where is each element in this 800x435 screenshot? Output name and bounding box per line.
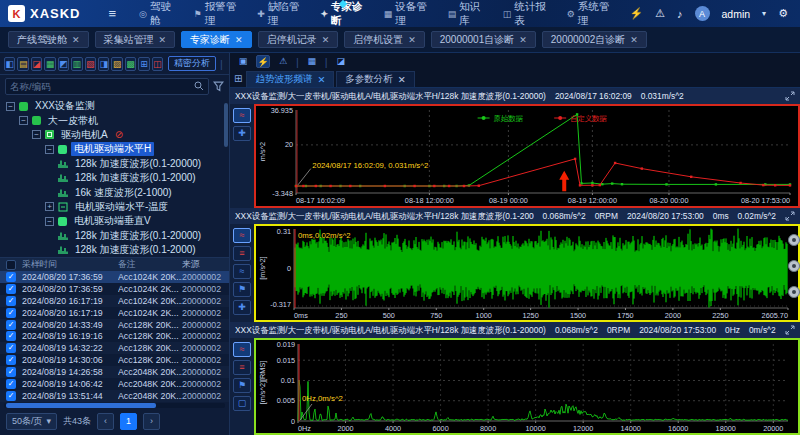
- close-icon[interactable]: ✕: [317, 74, 325, 85]
- close-icon[interactable]: ✕: [398, 74, 406, 85]
- image-icon[interactable]: ▦: [305, 55, 319, 68]
- hscroll-thumb[interactable]: [6, 403, 156, 408]
- expand-icon[interactable]: [785, 325, 795, 335]
- envelope-chart-icon[interactable]: ▧: [85, 57, 96, 71]
- table-row[interactable]: ✓2024/08/20 16:17:19Acc1024K 20K...20000…: [0, 295, 229, 307]
- tree-node[interactable]: −电机驱动端垂直V: [0, 214, 229, 228]
- panel-icon[interactable]: ▣: [236, 55, 250, 68]
- table-row[interactable]: ✓2024/08/19 13:51:44Acc2048K 20K...20000…: [0, 390, 229, 402]
- harmonic-cursor-tool-icon[interactable]: ≡: [233, 360, 251, 375]
- matrix-chart-icon[interactable]: ⊞: [138, 57, 149, 71]
- close-icon[interactable]: ✕: [235, 35, 243, 45]
- table-row[interactable]: ✓2024/08/20 16:17:19Acc1024K 2K...200000…: [0, 307, 229, 319]
- workspace-tab[interactable]: 采集站管理✕: [95, 31, 176, 48]
- table-row[interactable]: ✓2024/08/20 17:36:59Acc1024K 20K...20000…: [0, 271, 229, 283]
- bar-chart-icon[interactable]: ▥: [71, 57, 82, 71]
- page-1-button[interactable]: 1: [120, 413, 137, 430]
- waveform-plot[interactable]: 0.310-0.317[m/s^2]0ms2505007501000125015…: [254, 224, 800, 322]
- avatar[interactable]: A: [695, 6, 710, 21]
- table-row[interactable]: ✓2024/08/20 17:36:59Acc1024K 2K...200000…: [0, 283, 229, 295]
- prev-page-button[interactable]: ‹: [97, 413, 114, 430]
- close-icon[interactable]: ✕: [72, 35, 80, 45]
- search-input[interactable]: [10, 81, 190, 92]
- tree-node[interactable]: 16k 速度波形(2-1000): [0, 185, 229, 199]
- warning-icon[interactable]: ⚠: [655, 7, 665, 20]
- row-checkbox[interactable]: ✓: [6, 320, 16, 330]
- menu-toggle-icon[interactable]: ≡: [109, 6, 117, 21]
- select-all-checkbox[interactable]: [6, 260, 16, 270]
- close-icon[interactable]: ✕: [322, 35, 330, 45]
- filter-icon[interactable]: [213, 81, 224, 92]
- trend-chart-icon[interactable]: ◧: [4, 57, 15, 71]
- spectrum-tool-icon[interactable]: ≈: [233, 342, 251, 357]
- search-icon[interactable]: [194, 81, 204, 91]
- tree-scrollbar[interactable]: [224, 103, 228, 147]
- nav-item-link[interactable]: ◎驾驶舱: [132, 0, 182, 27]
- polar-chart-icon[interactable]: ▩: [125, 57, 136, 71]
- chart-tab[interactable]: 多参数分析✕: [336, 71, 414, 87]
- nav-item-link[interactable]: ◫统计报表: [496, 0, 556, 27]
- next-page-button[interactable]: ›: [143, 413, 160, 430]
- grid-layout-icon[interactable]: ⊞: [234, 73, 242, 84]
- tree-node[interactable]: −驱动电机A⊘: [0, 128, 229, 142]
- close-icon[interactable]: ✕: [159, 35, 167, 45]
- spectrum-plot[interactable]: 0.0190.0150.010.00500Hz20004000600080001…: [254, 338, 800, 435]
- cepstrum-chart-icon[interactable]: ◨: [98, 57, 109, 71]
- zoom-control-button[interactable]: [788, 234, 800, 246]
- flag-marker-tool-icon[interactable]: ⚑: [233, 378, 251, 393]
- collapse-icon[interactable]: −: [6, 102, 15, 111]
- tree-node[interactable]: 128k 加速度波形(0.1-20000): [0, 229, 229, 243]
- row-checkbox[interactable]: ✓: [6, 355, 16, 365]
- table-row[interactable]: ✓2024/08/19 14:06:42Acc2048K 20K...20000…: [0, 378, 229, 390]
- table-row[interactable]: ✓2024/08/20 14:33:49Acc128K 20K...200000…: [0, 319, 229, 331]
- zoom-control-button[interactable]: [788, 260, 800, 272]
- orbit-chart-icon[interactable]: ◩: [58, 57, 69, 71]
- close-icon[interactable]: ✕: [519, 35, 527, 45]
- table-row[interactable]: ✓2024/08/19 16:19:16Acc128K 20K...200000…: [0, 330, 229, 342]
- flag-marker-tool-icon[interactable]: ⚑: [233, 282, 251, 297]
- row-checkbox[interactable]: ✓: [6, 367, 16, 377]
- nav-item-link[interactable]: ⚑报警管理: [187, 0, 247, 27]
- chart-tab[interactable]: 趋势波形频谱✕: [246, 71, 334, 87]
- row-checkbox[interactable]: ✓: [6, 391, 16, 401]
- spectrum-chart-icon[interactable]: ◪: [31, 57, 42, 71]
- sound-icon[interactable]: ♪: [677, 8, 683, 20]
- tree-node[interactable]: −XXX设备监测: [0, 99, 229, 113]
- layout-icon[interactable]: ◪: [334, 55, 348, 68]
- workspace-tab[interactable]: 20000002自诊断✕: [542, 31, 647, 48]
- row-checkbox[interactable]: ✓: [6, 331, 16, 341]
- precise-analysis-button[interactable]: 精密分析: [168, 56, 216, 71]
- waveform-tool-icon[interactable]: ≈: [233, 228, 251, 243]
- tree-node[interactable]: 128k 加速度波形(0.1-2000): [0, 171, 229, 185]
- trend-plot[interactable]: 36.93520-3.348m/s^208-17 16:02:0908-18 1…: [254, 104, 800, 208]
- tree-node[interactable]: +电机驱动端水平-温度: [0, 200, 229, 214]
- waterfall-chart-icon[interactable]: ▦: [44, 57, 55, 71]
- pan-tool-icon[interactable]: ✚: [233, 126, 251, 141]
- nav-item-link[interactable]: ⚙系统管理: [560, 0, 620, 27]
- pan-tool-icon[interactable]: ✚: [233, 300, 251, 315]
- close-icon[interactable]: ✕: [630, 35, 638, 45]
- collapse-icon[interactable]: −: [45, 145, 54, 154]
- row-checkbox[interactable]: ✓: [6, 308, 16, 318]
- row-checkbox[interactable]: ✓: [6, 296, 16, 306]
- workspace-tab[interactable]: 启停机记录✕: [258, 31, 339, 48]
- region-select-tool-icon[interactable]: ▢: [233, 396, 251, 411]
- user-caret-icon[interactable]: ▾: [762, 9, 766, 18]
- expand-icon[interactable]: [785, 211, 795, 221]
- nav-item-link[interactable]: ✚缺陷管理: [250, 0, 309, 27]
- nav-item-active[interactable]: ✦专家诊断: [313, 0, 372, 27]
- nav-item-link[interactable]: ▦设备管理: [377, 0, 437, 27]
- tree-node[interactable]: −大一皮带机: [0, 113, 229, 127]
- harmonic-cursor-tool-icon[interactable]: ≡: [233, 246, 251, 261]
- tree-node[interactable]: −电机驱动端水平H: [0, 142, 229, 156]
- row-checkbox[interactable]: ✓: [6, 343, 16, 353]
- zoom-control-button[interactable]: [788, 286, 800, 298]
- collapse-icon[interactable]: −: [45, 217, 54, 226]
- expand-icon[interactable]: +: [45, 202, 54, 211]
- collapse-icon[interactable]: −: [19, 116, 28, 125]
- settings-icon[interactable]: ⚙: [778, 7, 788, 20]
- workspace-tab[interactable]: 产线驾驶舱✕: [8, 31, 89, 48]
- collapse-icon[interactable]: −: [32, 130, 41, 139]
- torch-icon[interactable]: ⚡: [256, 55, 270, 68]
- row-checkbox[interactable]: ✓: [6, 379, 16, 389]
